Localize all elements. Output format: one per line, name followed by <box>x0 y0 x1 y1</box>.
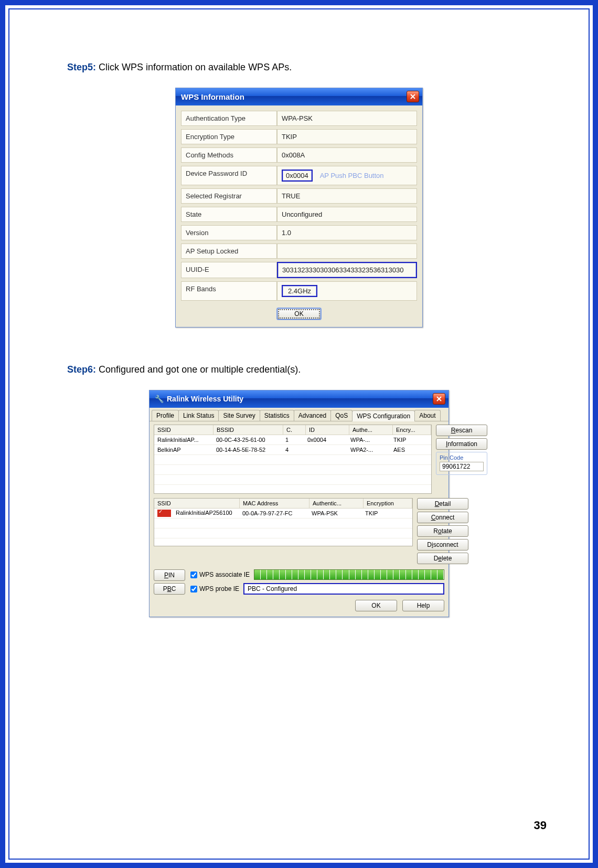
page-number: 39 <box>534 819 547 832</box>
field-value: WPA-PSK <box>277 111 417 126</box>
wps-info-title: WPS Information <box>181 92 244 101</box>
status-icon <box>157 510 171 517</box>
wps-info-body: Authentication TypeWPA-PSK Encryption Ty… <box>176 105 422 327</box>
information-button[interactable]: Information <box>436 438 487 450</box>
table-row[interactable]: BelkinAP 00-14-A5-5E-78-52 4 WPA2-... AE… <box>154 445 431 455</box>
field-label: AP Setup Locked <box>181 244 277 259</box>
field-value-text: 0x0004 <box>282 170 313 182</box>
field-label: State <box>181 207 277 222</box>
col-auth[interactable]: Authe... <box>349 425 393 435</box>
tab-about[interactable]: About <box>414 410 440 421</box>
col-auth[interactable]: Authentic... <box>309 499 364 508</box>
rotate-button[interactable]: Rotate <box>417 525 468 537</box>
tab-advanced[interactable]: Advanced <box>294 410 331 421</box>
tab-bar: Profile Link Status Site Survey Statisti… <box>150 408 448 421</box>
field-label: Version <box>181 225 277 240</box>
col-enc[interactable]: Encry... <box>393 425 431 435</box>
tab-qos[interactable]: QoS <box>330 410 353 421</box>
ok-button[interactable]: OK <box>277 308 321 320</box>
field-value: TKIP <box>277 129 417 144</box>
col-ssid[interactable]: SSID <box>154 499 240 508</box>
field-value: 1.0 <box>277 225 417 240</box>
col-enc[interactable]: Encryption <box>364 499 412 508</box>
tab-statistics[interactable]: Statistics <box>260 410 294 421</box>
field-value: 0x0004AP Push PBC Button <box>277 166 417 185</box>
field-label: UUID-E <box>181 262 277 278</box>
col-id[interactable]: ID <box>306 425 349 435</box>
disconnect-button[interactable]: Disconnect <box>417 539 468 551</box>
tab-wps-configuration[interactable]: WPS Configuration <box>352 410 415 421</box>
connect-button[interactable]: Connect <box>417 512 468 523</box>
pin-code-value[interactable]: 99061722 <box>440 462 484 471</box>
wps-information-dialog: WPS Information Authentication TypeWPA-P… <box>175 88 423 327</box>
detail-button[interactable]: Detail <box>417 498 468 510</box>
close-icon <box>436 396 442 401</box>
field-hint: AP Push PBC Button <box>320 172 384 179</box>
step5-label: Step5: <box>67 62 96 72</box>
credential-table[interactable]: SSID MAC Address Authentic... Encryption… <box>154 498 413 546</box>
ralink-titlebar: 🔧 Ralink Wireless Utility <box>150 390 448 408</box>
status-text: PBC - Configured <box>243 583 444 595</box>
ralink-utility-dialog: 🔧 Ralink Wireless Utility Profile Link S… <box>149 390 449 617</box>
table-row[interactable]: RalinkInitialAP256100 00-0A-79-97-27-FC … <box>154 509 412 518</box>
step5-text: Click WPS information on available WPS A… <box>96 62 292 72</box>
pin-button[interactable]: PIN <box>154 569 185 581</box>
wps-probe-checkbox[interactable]: WPS probe IE <box>190 585 239 592</box>
step6-line: Step6: Configured and got one or multipl… <box>67 364 531 375</box>
tab-site-survey[interactable]: Site Survey <box>218 410 260 421</box>
field-value <box>277 244 417 259</box>
ralink-title: Ralink Wireless Utility <box>167 395 243 403</box>
ap-list-table[interactable]: SSID BSSID C. ID Authe... Encry... Ralin… <box>154 425 432 494</box>
tab-profile[interactable]: Profile <box>152 410 179 421</box>
field-label: Encryption Type <box>181 129 277 144</box>
field-value: 2.4GHz <box>277 281 417 301</box>
field-value: 0x008A <box>277 147 417 163</box>
delete-button[interactable]: Delete <box>417 553 468 564</box>
close-icon <box>410 94 416 99</box>
field-label: Selected Registrar <box>181 188 277 204</box>
field-value-text: 2.4GHz <box>282 285 317 297</box>
field-label: RF Bands <box>181 281 277 301</box>
step5-line: Step5: Click WPS information on availabl… <box>67 62 531 73</box>
field-label: Authentication Type <box>181 111 277 126</box>
wps-associate-checkbox[interactable]: WPS associate IE <box>190 571 250 578</box>
tab-link-status[interactable]: Link Status <box>178 410 219 421</box>
field-value: 30313233303030633433323536313030 <box>277 262 417 278</box>
wps-info-titlebar: WPS Information <box>176 88 422 105</box>
pin-code-box: Pin Code 99061722 <box>436 452 487 475</box>
field-value: TRUE <box>277 188 417 204</box>
help-button[interactable]: Help <box>402 600 444 611</box>
ok-button[interactable]: OK <box>355 600 397 611</box>
rescan-button[interactable]: Rescan <box>436 425 487 436</box>
pbc-button[interactable]: PBC <box>154 583 185 595</box>
field-label: Config Methods <box>181 147 277 163</box>
wps-config-pane: SSID BSSID C. ID Authe... Encry... Ralin… <box>150 421 448 617</box>
table-row[interactable]: RalinkInitialAP... 00-0C-43-25-61-00 1 0… <box>154 435 431 445</box>
field-label: Device Password ID <box>181 166 277 185</box>
progress-bar <box>254 569 444 580</box>
close-button[interactable] <box>407 91 419 102</box>
field-value: Unconfigured <box>277 207 417 222</box>
col-c[interactable]: C. <box>283 425 306 435</box>
col-ssid[interactable]: SSID <box>154 425 213 435</box>
close-button[interactable] <box>433 393 445 405</box>
pin-code-label: Pin Code <box>440 454 484 461</box>
step6-text: Configured and got one or multiple crede… <box>96 364 301 375</box>
app-icon: 🔧 <box>155 395 164 403</box>
col-bssid[interactable]: BSSID <box>213 425 283 435</box>
step6-label: Step6: <box>67 364 96 375</box>
col-mac[interactable]: MAC Address <box>240 499 309 508</box>
